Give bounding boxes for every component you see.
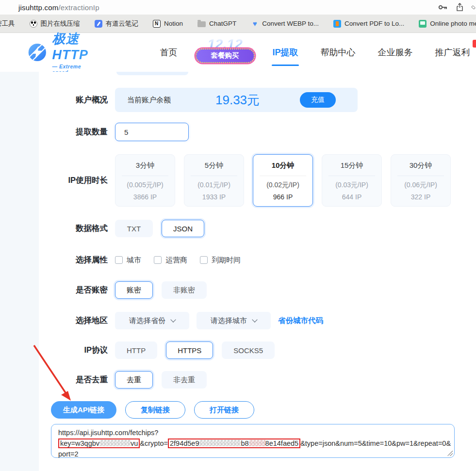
heart-icon: ♥ — [251, 20, 259, 28]
checkbox-carrier[interactable]: 运营商 — [154, 256, 187, 265]
bookmark-label: 有道云笔记 — [106, 19, 139, 28]
bookmark-encrypt-tool[interactable]: 密工具 — [0, 19, 15, 28]
bookmark-label: Convert WEBP to... — [262, 20, 319, 27]
attrs-label: 选择属性 — [39, 255, 108, 265]
url-path: /extractionIp — [58, 3, 99, 12]
nav-item-enterprise[interactable]: 企业服务 — [378, 47, 413, 58]
bookmark-label: Notion — [164, 20, 183, 27]
nav-item-referral[interactable]: 推广返利 — [435, 47, 470, 58]
format-chip-txt[interactable]: TXT — [115, 220, 153, 237]
resize-grip-icon[interactable] — [447, 451, 453, 456]
checkbox-icon — [200, 256, 208, 264]
dedup-label: 是否去重 — [39, 374, 108, 385]
nav-item-help-center[interactable]: 帮助中心 — [321, 47, 356, 58]
protocol-chip-http[interactable]: HTTP — [115, 341, 157, 359]
censored-crypto-fragment — [249, 440, 265, 446]
divider — [260, 176, 306, 176]
url-domain: jisuhttp.com — [18, 3, 58, 12]
site-header: 极速HTTP — Extreme speed — 首页 12.12 套餐购买 I… — [0, 33, 476, 72]
hot-badge-partial — [473, 40, 476, 48]
duration-card-10min-selected[interactable]: 10分钟 (0.02元/IP) 966 IP — [253, 154, 313, 207]
bookmark-label: ChatGPT — [209, 20, 236, 27]
bookmark-label: Convert PDF to Lo... — [345, 20, 404, 27]
divider — [397, 176, 444, 176]
page-background: 账户概况 当前账户余额 19.33元 充值 提取数量 IP使用时长 3分钟 — [0, 72, 476, 471]
pdf-tool-icon — [333, 20, 341, 28]
copy-link-button[interactable]: 复制链接 — [125, 401, 185, 419]
site-logo[interactable]: 极速HTTP — Extreme speed — — [28, 30, 97, 75]
api-url-textarea[interactable]: https://api.jisuhttp.com/fetchips? key=w… — [51, 424, 455, 458]
browser-address-bar[interactable]: jisuhttp.com/extractionIp — [0, 0, 476, 15]
divider — [122, 176, 168, 176]
city-select[interactable]: 请选择城市 — [197, 312, 271, 329]
folder-icon — [197, 21, 206, 27]
auth-label: 是否账密 — [39, 285, 108, 295]
nav-item-home[interactable]: 首页 — [160, 47, 178, 58]
lightning-logo-icon — [28, 39, 47, 65]
checkbox-expire-time[interactable]: 到期时间 — [200, 256, 241, 265]
protocol-chip-socks5[interactable]: SOCKS5 — [222, 341, 275, 359]
share-icon[interactable] — [455, 2, 464, 12]
quantity-input[interactable] — [115, 123, 189, 141]
extension-icon[interactable] — [471, 2, 476, 12]
dedup-chip-yes-selected[interactable]: 去重 — [115, 371, 153, 389]
dedup-chip-no[interactable]: 非去重 — [162, 371, 207, 389]
recharge-button[interactable]: 充值 — [300, 92, 336, 108]
notion-icon — [153, 20, 161, 28]
logo-title: 极速HTTP — [52, 30, 97, 63]
api-url-line3: port=2 — [58, 449, 447, 459]
promo-buy-label: 套餐购买 — [196, 49, 255, 63]
bookmark-photo-meta[interactable]: Online photo meta... — [419, 20, 476, 28]
annotation-box-key: key=w3qgbvvu — [58, 439, 140, 448]
clipped-input-top — [116, 72, 188, 75]
duration-label: IP使用时长 — [39, 175, 108, 186]
auth-chip-no-account[interactable]: 非账密 — [162, 281, 207, 299]
extraction-form-card: 账户概况 当前账户余额 19.33元 充值 提取数量 IP使用时长 3分钟 — [39, 72, 476, 471]
balance-label: 当前账户余额 — [127, 96, 171, 105]
checkbox-icon — [115, 256, 123, 264]
youdao-icon — [95, 20, 102, 28]
chevron-down-icon — [252, 317, 257, 322]
quantity-label: 提取数量 — [39, 127, 108, 137]
bookmark-label: 密工具 — [0, 19, 15, 28]
format-chip-json-selected[interactable]: JSON — [162, 220, 204, 237]
protocol-label: IP协议 — [39, 345, 108, 356]
duration-card-15min[interactable]: 15分钟 (0.03元/IP) 644 IP — [322, 154, 382, 207]
balance-value: 19.33元 — [215, 92, 260, 109]
divider — [191, 176, 237, 176]
api-url-line2: key=w3qgbvvu&crypto=2f94d5e9b88e14faed5&… — [58, 438, 447, 449]
bookmark-youdao-note[interactable]: 有道云笔记 — [95, 19, 139, 28]
account-overview-label: 账户概况 — [39, 95, 108, 105]
format-label: 数据格式 — [39, 223, 108, 234]
duration-card-30min[interactable]: 30分钟 (0.06元/IP) 322 IP — [391, 154, 451, 207]
auth-chip-account-selected[interactable]: 账密 — [115, 281, 153, 299]
checkbox-city[interactable]: 城市 — [115, 256, 141, 265]
generate-api-link-button[interactable]: 生成API链接 — [51, 401, 116, 419]
promo-badge-1212[interactable]: 12.12 套餐购买 — [196, 38, 255, 63]
bookmark-convert-webp[interactable]: ♥Convert WEBP to... — [251, 20, 319, 28]
bookmark-convert-pdf[interactable]: Convert PDF to Lo... — [333, 20, 404, 28]
bookmark-image-compress[interactable]: 图片在线压缩 — [30, 19, 80, 28]
nav-item-ip-extract[interactable]: IP提取 — [273, 47, 298, 58]
region-label: 选择地区 — [39, 315, 108, 326]
account-balance-box: 当前账户余额 19.33元 充值 — [115, 88, 358, 112]
province-city-code-link[interactable]: 省份城市代码 — [278, 316, 323, 326]
chevron-down-icon — [170, 317, 176, 322]
checkbox-icon — [154, 256, 162, 264]
province-select[interactable]: 请选择省份 — [115, 312, 189, 329]
protocol-chip-https-selected[interactable]: HTTPS — [166, 341, 213, 359]
api-url-line1: https://api.jisuhttp.com/fetchips? — [58, 427, 447, 438]
annotation-box-crypto: 2f94d5e9b88e14faed5 — [168, 439, 300, 448]
photo-icon — [419, 20, 427, 28]
url-text: jisuhttp.com/extractionIp — [18, 3, 99, 12]
open-link-button[interactable]: 打开链接 — [194, 401, 254, 419]
panda-icon — [30, 20, 37, 28]
bookmark-label: 图片在线压缩 — [41, 19, 80, 28]
key-icon[interactable] — [438, 2, 448, 12]
duration-card-3min[interactable]: 3分钟 (0.005元/IP) 3866 IP — [115, 154, 175, 207]
duration-card-5min[interactable]: 5分钟 (0.01元/IP) 1933 IP — [184, 154, 244, 207]
bookmark-chatgpt-folder[interactable]: ChatGPT — [197, 20, 236, 27]
bookmark-notion[interactable]: Notion — [153, 20, 183, 28]
divider — [328, 176, 375, 176]
main-nav: 首页 12.12 套餐购买 IP提取 帮助中心 企业服务 推广返利 — [149, 40, 476, 65]
